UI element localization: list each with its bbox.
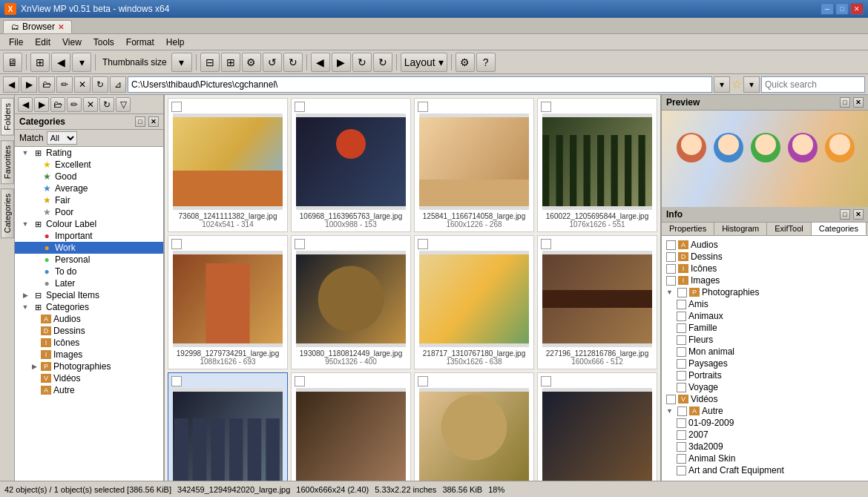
cat-mon-animal[interactable]: Mon animal xyxy=(665,346,865,358)
addr-filter-button[interactable]: ⊿ xyxy=(110,76,126,93)
cat-images[interactable]: I Images xyxy=(665,274,865,286)
thumb-checkbox-6[interactable] xyxy=(418,239,428,249)
thumb-checkbox-8[interactable] xyxy=(171,376,182,386)
thumb-item-1[interactable]: 106968_1163965763_large.jpg1000x988 - 15… xyxy=(291,98,411,232)
tb-settings-button[interactable]: ⚙ xyxy=(242,53,261,72)
menu-help[interactable]: Help xyxy=(160,36,191,49)
tree-special[interactable]: ▶ ⊟ Special Items xyxy=(15,289,163,301)
thumb-item-7[interactable]: 227196_1212816786_large.jpg1600x666 - 51… xyxy=(537,235,657,369)
cat-voyage-checkbox[interactable] xyxy=(677,383,686,392)
preview-close-button[interactable]: ✕ xyxy=(853,97,864,108)
addr-back-button[interactable]: ◀ xyxy=(3,76,19,93)
cat-voyage[interactable]: Voyage xyxy=(665,381,865,393)
info-restore-button[interactable]: □ xyxy=(840,209,850,220)
thumb-checkbox-0[interactable] xyxy=(171,102,182,112)
tree-colour-group[interactable]: ▼ ⊞ Colour Label xyxy=(15,218,163,230)
tree-good[interactable]: ★ Good xyxy=(15,171,163,182)
ft-filter-icon[interactable]: ▽ xyxy=(116,97,131,112)
tree-important[interactable]: ● Important xyxy=(15,230,163,242)
path-input[interactable] xyxy=(128,76,712,93)
cat-01092009-checkbox[interactable] xyxy=(677,418,686,428)
close-button[interactable]: ✕ xyxy=(850,3,864,15)
cat-dessins-checkbox[interactable] xyxy=(666,252,676,262)
tree-cat-photos[interactable]: ▶ P Photographies xyxy=(15,361,163,372)
info-close-button[interactable]: ✕ xyxy=(853,209,864,220)
tree-average[interactable]: ★ Average xyxy=(15,182,163,194)
tb-rotate-right-button[interactable]: ↻ xyxy=(283,53,303,72)
sidebar-tab-favorites[interactable]: Favorites xyxy=(1,140,14,184)
cat-01-09-2009[interactable]: 01-09-2009 xyxy=(665,417,865,429)
tree-poor[interactable]: ★ Poor xyxy=(15,206,163,218)
sidebar-tab-folders[interactable]: Folders xyxy=(1,98,14,136)
tb-layout-button[interactable]: Layout ▾ xyxy=(401,53,447,72)
addr-path-dropdown[interactable]: ▾ xyxy=(714,76,730,93)
tree-cat-autre[interactable]: A Autre xyxy=(15,384,163,396)
thumb-item-10[interactable] xyxy=(414,372,534,481)
thumb-checkbox-3[interactable] xyxy=(541,102,551,112)
cat-amis-checkbox[interactable] xyxy=(677,300,686,309)
sidebar-tab-categories[interactable]: Categories xyxy=(1,188,14,238)
cat-3da2009[interactable]: 3da2009 xyxy=(665,441,865,452)
thumb-item-2[interactable]: 125841_1166714058_large.jpg1600x1226 - 2… xyxy=(414,98,534,232)
ft-delete-button[interactable]: ✕ xyxy=(83,97,98,112)
tree-cat-images[interactable]: I Images xyxy=(15,349,163,361)
cat-famille[interactable]: Famille xyxy=(665,322,865,334)
tab-exiftool[interactable]: ExifTool xyxy=(767,223,812,235)
cat-mon-animal-checkbox[interactable] xyxy=(677,347,686,357)
cat-amis[interactable]: Amis xyxy=(665,298,865,310)
tree-excellent[interactable]: ★ Excellent xyxy=(15,159,163,171)
tb-back-button[interactable]: ◀ xyxy=(51,53,70,72)
cat-3da2009-checkbox[interactable] xyxy=(677,442,686,452)
tree-cat-dessins[interactable]: D Dessins xyxy=(15,325,163,337)
addr-delete-button[interactable]: ✕ xyxy=(74,76,91,93)
tree-rating-group[interactable]: ▼ ⊞ Rating xyxy=(15,147,163,159)
tb-size-dropdown[interactable]: ▾ xyxy=(171,53,192,72)
tree-later[interactable]: ● Later xyxy=(15,277,163,289)
cat-autre-group[interactable]: ▼ A Autre xyxy=(665,405,865,417)
cat-fleurs-checkbox[interactable] xyxy=(677,335,686,345)
ft-forward-button[interactable]: ▶ xyxy=(34,97,49,112)
thumb-item-5[interactable]: 193080_1180812449_large.jpg950x1326 - 40… xyxy=(291,235,411,369)
tree-fair[interactable]: ★ Fair xyxy=(15,194,163,206)
tree-work[interactable]: ● Work xyxy=(15,242,163,254)
cat-animal-skin-checkbox[interactable] xyxy=(677,454,686,464)
tb-filter-button[interactable]: ⊞ xyxy=(221,53,240,72)
addr-up-button[interactable]: 🗁 xyxy=(39,76,55,93)
cat-paysages-checkbox[interactable] xyxy=(677,359,686,369)
cat-audios[interactable]: A Audios xyxy=(665,239,865,251)
cat-icones[interactable]: I Icônes xyxy=(665,263,865,274)
cat-portraits-checkbox[interactable] xyxy=(677,371,686,381)
browser-tab[interactable]: 🗂 Browser ✕ xyxy=(3,20,72,33)
cat-portraits[interactable]: Portraits xyxy=(665,369,865,381)
preview-restore-button[interactable]: □ xyxy=(840,97,850,108)
cat-2007[interactable]: 2007 xyxy=(665,429,865,441)
favorite-star[interactable]: ☆ xyxy=(731,77,742,91)
cat-fleurs[interactable]: Fleurs xyxy=(665,334,865,346)
thumb-item-0[interactable]: 73608_1241111382_large.jpg1024x541 - 314 xyxy=(168,98,288,232)
cat-paysages[interactable]: Paysages xyxy=(665,358,865,369)
thumb-item-3[interactable]: 160022_1205695844_large.jpg1076x1626 - 5… xyxy=(537,98,657,232)
panel-restore-button[interactable]: □ xyxy=(135,116,145,127)
cat-2007-checkbox[interactable] xyxy=(677,430,686,440)
thumb-checkbox-1[interactable] xyxy=(295,102,305,112)
minimize-button[interactable]: ─ xyxy=(821,3,834,15)
menu-view[interactable]: View xyxy=(56,36,88,49)
thumb-checkbox-2[interactable] xyxy=(418,102,428,112)
menu-edit[interactable]: Edit xyxy=(29,36,56,49)
cat-videos-checkbox[interactable] xyxy=(666,395,676,404)
cat-icones-checkbox[interactable] xyxy=(666,264,676,274)
tb-view-button[interactable]: ⊞ xyxy=(30,53,50,72)
tb-rotate-left-button[interactable]: ↺ xyxy=(263,53,282,72)
cat-audios-checkbox[interactable] xyxy=(666,240,676,250)
ft-folder-button[interactable]: 🗁 xyxy=(50,97,65,112)
tab-properties[interactable]: Properties xyxy=(662,223,714,235)
tab-close-button[interactable]: ✕ xyxy=(58,23,64,31)
tab-categories[interactable]: Categories xyxy=(812,223,867,235)
maximize-button[interactable]: □ xyxy=(835,3,849,15)
thumb-item-9[interactable] xyxy=(291,372,411,481)
thumb-item-11[interactable] xyxy=(537,372,657,481)
cat-animal-skin[interactable]: Animal Skin xyxy=(665,452,865,464)
cat-animaux-checkbox[interactable] xyxy=(677,312,686,321)
cat-art-craft[interactable]: Art and Craft Equipment xyxy=(665,464,865,476)
addr-forward-button[interactable]: ▶ xyxy=(21,76,37,93)
